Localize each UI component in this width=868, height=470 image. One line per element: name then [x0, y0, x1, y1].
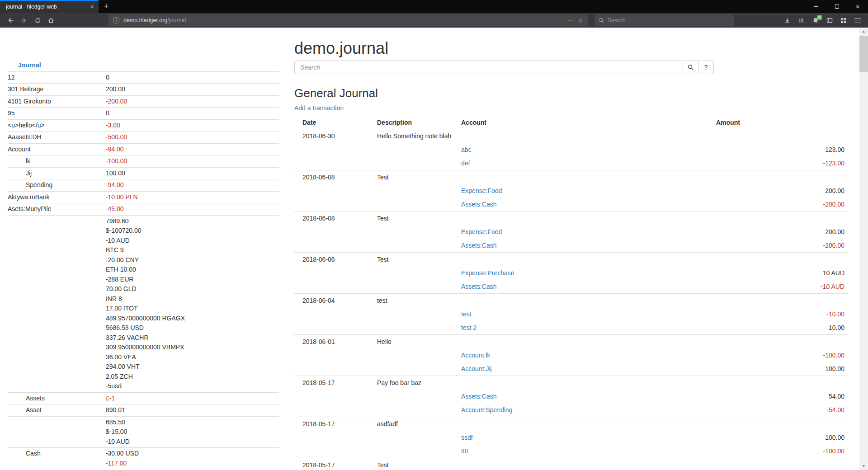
browser-search-bar[interactable]: Search [594, 14, 734, 26]
search-submit-button[interactable] [683, 61, 698, 74]
account-name[interactable]: Aaasets:DH [8, 132, 106, 144]
sidebar-account-row: <u>hello</u>-3.00 [8, 119, 279, 132]
extension-button[interactable]: 0 [808, 14, 822, 27]
posting-account-link[interactable]: Assets:Cash [461, 283, 497, 290]
account-name[interactable]: 4101 Girokonto [8, 95, 106, 108]
balance-amount: -94.00 [106, 180, 279, 190]
account-name[interactable]: 12 [8, 71, 106, 84]
reload-button[interactable] [31, 14, 44, 27]
url-bar[interactable]: i demo.hledger.org/journal ⋯ ☆ [108, 14, 588, 26]
account-name[interactable]: Spending [8, 179, 106, 192]
posting-amount: 10.00 [712, 321, 848, 335]
posting-account-link[interactable]: abc [461, 146, 472, 153]
posting-account-link[interactable]: Assets:Cash [461, 242, 497, 249]
posting-account-link[interactable]: Assets:Cash [461, 393, 497, 400]
search-help-button[interactable]: ? [698, 61, 714, 74]
posting-account-link[interactable]: Assets:Cash [461, 201, 497, 208]
window-minimize-button[interactable] [806, 0, 826, 13]
posting-amount: -100.00 [712, 444, 848, 458]
url-text[interactable]: demo.hledger.org/journal [123, 17, 563, 24]
sidebar-account-row: Jij100.00 [8, 167, 279, 179]
transaction-row[interactable]: 2018-06-04test [294, 294, 848, 308]
posting-row: Account:Spending-54.00 [294, 403, 848, 417]
posting-account-link[interactable]: Expense:Food [461, 228, 502, 235]
window-restore-button[interactable] [826, 0, 847, 13]
url-path: /journal [167, 17, 186, 24]
sidebar-account-row: 4101 Girokonto-200.00 [8, 95, 279, 108]
posting-account-link[interactable]: tttt [461, 447, 468, 455]
balance-amount: $-15.00 [106, 427, 279, 437]
posting-row: Expense:Purchase10 AUD [294, 266, 848, 280]
search-input[interactable] [294, 61, 683, 74]
posting-account-link[interactable]: Account:Jij [461, 365, 492, 372]
account-name[interactable]: Cash [8, 448, 106, 470]
posting-amount: -54.00 [712, 403, 848, 417]
posting-account-link[interactable]: Account:Spending [461, 406, 513, 414]
scroll-up-icon[interactable]: ▲ [859, 28, 868, 35]
transaction-row[interactable]: 2018-05-17asdfadf [294, 417, 848, 431]
transaction-row[interactable]: 2018-05-17Test [294, 458, 848, 470]
transaction-row[interactable]: 2018-06-08Test [294, 212, 848, 226]
scroll-down-icon[interactable]: ▼ [859, 462, 868, 470]
account-name[interactable]: Asets:MunyPile [8, 203, 106, 216]
account-name[interactable]: Assets [8, 392, 106, 404]
new-tab-button[interactable]: + [99, 0, 114, 13]
journal-header-row: Date Description Account Amount [294, 116, 848, 129]
account-name[interactable]: <u>hello</u> [8, 119, 106, 132]
posting-account-cell: Assets:Cash [458, 197, 712, 212]
library-button[interactable] [794, 14, 808, 27]
account-name[interactable]: 301 Beiträge [8, 84, 106, 96]
add-transaction-link[interactable]: Add a transaction [294, 104, 344, 112]
posting-account-link[interactable]: def [461, 160, 470, 167]
posting-amount: -200.00 [712, 239, 848, 253]
posting-account-link[interactable]: Expense:Purchase [461, 269, 514, 277]
tab-title: journal - hledger-web [6, 4, 87, 10]
posting-account-link[interactable]: Expense:Food [461, 187, 502, 194]
account-balance-cell: 890.01 [106, 404, 279, 417]
tab-close-icon[interactable]: × [90, 4, 94, 10]
posting-account-cell: test [458, 307, 712, 321]
posting-account-cell: Account:lk [458, 348, 712, 362]
account-name[interactable]: Account [8, 143, 106, 155]
page-scrollbar[interactable]: ▲ ▼ [859, 28, 868, 470]
balance-amount: 337.26 VACHR [106, 333, 279, 343]
balance-amount: 890.01 [106, 405, 279, 415]
transaction-row[interactable]: 2018-06-30Hello Something note:blah [294, 129, 848, 143]
posting-account-link[interactable]: Account:lk [461, 352, 491, 359]
account-name[interactable]: 95 [8, 108, 106, 120]
posting-amount: 200.00 [712, 225, 848, 239]
posting-row: abc123.00 [294, 143, 848, 156]
apps-grid-button[interactable] [836, 14, 850, 27]
menu-button[interactable] [850, 14, 864, 27]
site-info-icon[interactable]: i [113, 17, 119, 24]
forward-button[interactable] [17, 14, 31, 27]
transaction-row[interactable]: 2018-06-06Test [294, 253, 848, 267]
browser-tab[interactable]: journal - hledger-web × [0, 0, 99, 13]
account-name[interactable]: Jij [8, 167, 106, 179]
sidebar-toggle-button[interactable] [822, 14, 836, 27]
journal-link[interactable]: Journal [8, 61, 41, 69]
page-actions-icon[interactable]: ⋯ [567, 17, 573, 24]
posting-account-link[interactable]: ssdf [461, 434, 473, 441]
balance-amount: -10 AUD [106, 236, 279, 246]
bookmark-star-icon[interactable]: ☆ [577, 17, 583, 24]
posting-account-link[interactable]: test 2 [461, 324, 476, 331]
transaction-row[interactable]: 2018-06-01Hello [294, 335, 848, 349]
transaction-row[interactable]: 2018-05-17Pay foo bar baz [294, 376, 848, 390]
posting-row: tttt-100.00 [294, 444, 848, 458]
account-name[interactable]: lk [8, 155, 106, 168]
account-name[interactable]: Aktywa:mBank [8, 191, 106, 203]
main-content: demo.journal ? General Journal Add a tra… [294, 28, 848, 470]
posting-account-link[interactable]: test [461, 310, 472, 318]
account-balance-cell: 0 [106, 108, 279, 120]
posting-row: Assets:Cash-10 AUD [294, 280, 848, 294]
transaction-row[interactable]: 2018-06-08Test [294, 170, 848, 184]
downloads-button[interactable] [780, 14, 794, 27]
window-close-button[interactable]: × [847, 0, 868, 13]
scroll-thumb[interactable] [859, 36, 868, 72]
account-name[interactable]: Asset [8, 404, 106, 417]
journal-table: Date Description Account Amount 2018-06-… [294, 116, 848, 470]
home-button[interactable] [44, 14, 58, 27]
back-button[interactable] [4, 14, 17, 27]
transaction-description: Test [373, 253, 458, 267]
